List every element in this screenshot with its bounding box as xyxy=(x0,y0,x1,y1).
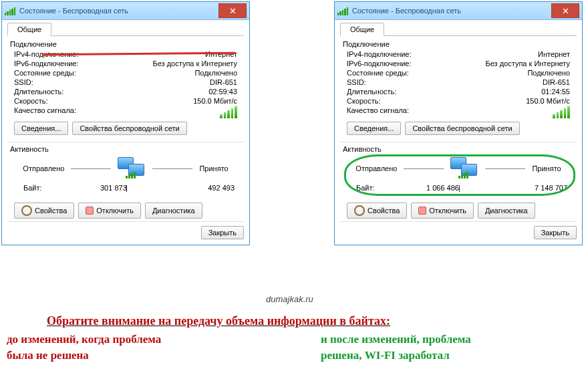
caption-main: Обратите внимание на передачу объема инф… xyxy=(47,314,568,328)
diagnose-button[interactable]: Диагностика xyxy=(478,203,535,219)
titlebar[interactable]: Состояние - Беспроводная сеть ✕ xyxy=(335,2,582,20)
details-button[interactable]: Сведения... xyxy=(347,122,401,135)
duration-value: 01:24:55 xyxy=(541,88,570,96)
window-title: Состояние - Беспроводная сеть xyxy=(19,7,218,15)
sent-label: Отправлено xyxy=(23,164,64,172)
duration-label: Длительность: xyxy=(347,88,396,96)
speed-label: Скорость: xyxy=(347,97,381,105)
ipv6-value: Без доступа к Интернету xyxy=(485,59,570,68)
ipv6-value: Без доступа к Интернету xyxy=(152,59,237,68)
signal-quality-label: Качество сигнала: xyxy=(14,106,76,118)
activity-heading: Активность xyxy=(343,145,574,153)
close-panel-button[interactable]: Закрыть xyxy=(201,226,244,239)
divider xyxy=(152,168,192,169)
disconnect-icon xyxy=(418,207,426,215)
status-window-right: Состояние - Беспроводная сеть ✕ Общие По… xyxy=(334,1,583,245)
duration-label: Длительность: xyxy=(14,88,63,96)
ipv4-value: Интернет xyxy=(538,50,570,58)
connection-heading: Подключение xyxy=(10,40,241,48)
media-state-value: Подключено xyxy=(194,69,237,77)
disconnect-icon xyxy=(86,207,94,215)
details-button[interactable]: Сведения... xyxy=(14,122,68,135)
received-label: Принято xyxy=(199,164,228,172)
media-state-label: Состояние среды: xyxy=(14,69,76,77)
wireless-properties-button[interactable]: Свойства беспроводной сети xyxy=(72,122,186,135)
ipv6-label: IPv6-подключение: xyxy=(347,59,412,68)
activity-monitor-icon xyxy=(118,157,146,180)
gear-icon xyxy=(354,205,365,216)
divider xyxy=(71,168,111,169)
bytes-sent-value: 301 873 xyxy=(100,184,127,192)
close-button[interactable]: ✕ xyxy=(551,3,579,18)
caption-right-1: и после изменений, проблема xyxy=(321,333,471,346)
media-state-label: Состояние среды: xyxy=(347,69,409,77)
tab-general[interactable]: Общие xyxy=(340,23,384,36)
wireless-properties-button[interactable]: Свойства беспроводной сети xyxy=(405,122,519,135)
gear-icon xyxy=(21,205,32,216)
caption-right-2: решена, WI-FI заработал xyxy=(321,349,450,362)
bytes-label: Байт: xyxy=(23,184,42,192)
signal-bars-icon xyxy=(220,106,237,118)
connection-heading: Подключение xyxy=(343,40,574,48)
status-window-left: Состояние - Беспроводная сеть ✕ Общие По… xyxy=(1,1,250,245)
ipv4-label: IPv4-подключение: xyxy=(347,50,412,58)
caption-left-2: была не решена xyxy=(7,349,89,362)
ipv6-label: IPv6-подключение: xyxy=(14,59,79,68)
ssid-value: DIR-651 xyxy=(210,78,237,86)
ssid-label: SSID: xyxy=(14,78,33,86)
properties-button[interactable]: Свойства xyxy=(14,203,74,219)
signal-quality-label: Качество сигнала: xyxy=(347,106,409,118)
disconnect-button[interactable]: Отключить xyxy=(411,203,474,219)
diagnose-button[interactable]: Диагностика xyxy=(145,203,202,219)
activity-heading: Активность xyxy=(10,145,241,153)
speed-label: Скорость: xyxy=(14,97,48,105)
tab-bar: Общие xyxy=(7,23,244,36)
close-panel-button[interactable]: Закрыть xyxy=(534,226,577,239)
titlebar[interactable]: Состояние - Беспроводная сеть ✕ xyxy=(2,2,249,20)
window-title: Состояние - Беспроводная сеть xyxy=(352,7,551,15)
wifi-icon xyxy=(5,6,15,15)
speed-value: 150.0 Мбит/с xyxy=(193,97,237,105)
tab-general[interactable]: Общие xyxy=(7,23,51,36)
properties-button[interactable]: Свойства xyxy=(347,203,407,219)
wifi-icon xyxy=(337,6,348,15)
caption-left-1: до изменений, когда проблема xyxy=(7,333,161,346)
signal-bars-icon xyxy=(553,106,570,118)
tab-bar: Общие xyxy=(340,23,577,36)
ssid-value: DIR-651 xyxy=(543,78,570,86)
media-state-value: Подключено xyxy=(527,69,570,77)
watermark: dumajkak.ru xyxy=(266,294,313,304)
duration-value: 02:59:43 xyxy=(208,88,237,96)
bytes-recv-value: 492 493 xyxy=(208,184,235,192)
disconnect-button[interactable]: Отключить xyxy=(78,203,141,219)
speed-value: 150.0 Мбит/с xyxy=(526,97,570,105)
green-annotation xyxy=(344,154,575,196)
ssid-label: SSID: xyxy=(347,78,366,86)
close-button[interactable]: ✕ xyxy=(218,3,247,18)
